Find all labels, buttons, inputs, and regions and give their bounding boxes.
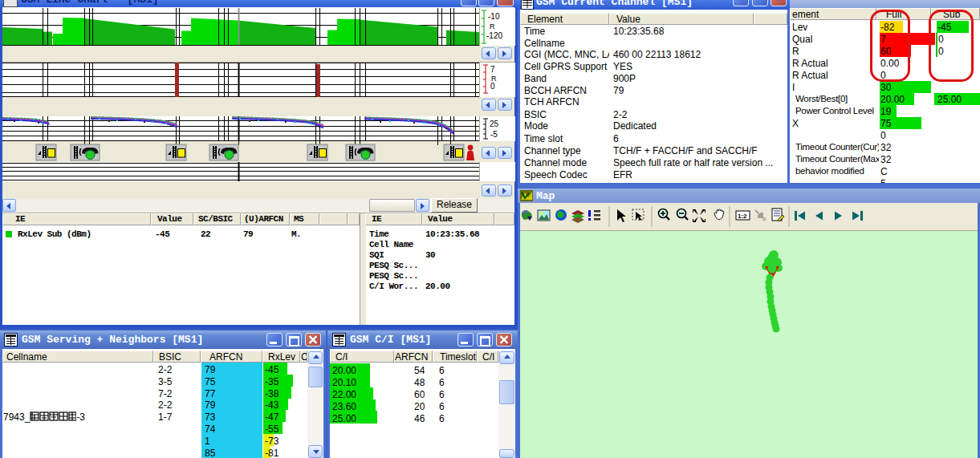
- svg-text:R: R: [490, 22, 495, 30]
- svg-text:1:2: 1:2: [738, 213, 747, 220]
- svg-text:-120: -120: [486, 31, 502, 40]
- svg-text:25: 25: [490, 120, 499, 128]
- svg-text:-10: -10: [488, 12, 500, 21]
- svg-text:-5: -5: [490, 130, 498, 139]
- svg-text:0: 0: [490, 82, 495, 91]
- svg-text:7: 7: [490, 65, 495, 74]
